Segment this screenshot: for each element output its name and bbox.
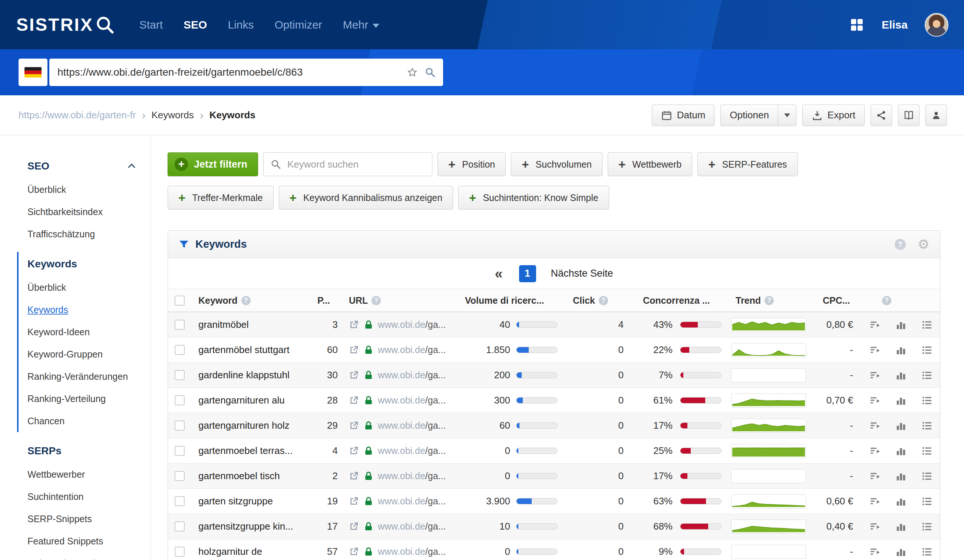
filter-button-serp-features[interactable]: +SERP-Features: [697, 152, 798, 176]
apps-grid-icon[interactable]: [849, 17, 865, 33]
keyword-search-input[interactable]: [287, 158, 425, 171]
serp-list-button[interactable]: [914, 514, 940, 539]
favorite-star-icon[interactable]: [407, 67, 418, 78]
filter-button-keyword-kannibalismus-anzeigen[interactable]: +Keyword Kannibalismus anzeigen: [279, 186, 453, 210]
nav-item-optimizer[interactable]: Optimizer: [274, 18, 322, 31]
chart-history-button[interactable]: [888, 464, 914, 488]
filter-related-button[interactable]: [862, 438, 888, 463]
filter-button-suchintention-know-simple[interactable]: +Suchintention: Know Simple: [458, 186, 609, 210]
breadcrumb-current[interactable]: Keywords: [210, 109, 256, 121]
filter-related-button[interactable]: [862, 312, 888, 337]
external-link-icon[interactable]: [348, 445, 359, 456]
select-all-checkbox[interactable]: [175, 296, 185, 306]
url-link[interactable]: www.obi.de/ga...: [378, 345, 446, 355]
nav-item-mehr[interactable]: Mehr: [343, 18, 379, 31]
keyword-link[interactable]: gartenmöbel stuttgart: [191, 337, 311, 362]
row-checkbox[interactable]: [175, 496, 185, 506]
external-link-icon[interactable]: [348, 496, 359, 507]
sidebar-item-featured-snippets[interactable]: Featured Snippets: [28, 530, 151, 552]
chart-history-button[interactable]: [888, 539, 914, 560]
sidebar-item-keywords[interactable]: Keywords: [28, 298, 151, 321]
filter-button-position[interactable]: +Position: [438, 152, 506, 176]
search-submit-icon[interactable]: [425, 67, 436, 78]
export-button[interactable]: Export: [802, 104, 865, 126]
row-checkbox[interactable]: [175, 446, 185, 456]
serp-list-button[interactable]: [914, 337, 940, 362]
sidebar-section-title-seo[interactable]: SEO: [28, 154, 151, 178]
keyword-link[interactable]: granitmöbel: [191, 312, 311, 337]
url-link[interactable]: www.obi.de/ga...: [378, 521, 446, 532]
row-checkbox[interactable]: [175, 320, 185, 330]
optionen-button[interactable]: Optionen: [720, 104, 778, 126]
share-button[interactable]: [871, 104, 892, 126]
optionen-dropdown-button[interactable]: [778, 104, 796, 126]
datum-button[interactable]: Datum: [652, 104, 715, 126]
prev-page-button[interactable]: «: [495, 267, 502, 281]
current-page[interactable]: 1: [519, 265, 536, 282]
column-header-label[interactable]: Click: [573, 295, 595, 306]
keyword-link[interactable]: gartensitzgruppe kin...: [191, 514, 311, 539]
url-link[interactable]: www.obi.de/ga...: [378, 496, 446, 506]
keyword-link[interactable]: holzgarnitur de: [191, 539, 311, 560]
filter-related-button[interactable]: [862, 388, 888, 413]
url-link[interactable]: www.obi.de/ga...: [378, 319, 446, 330]
filter-button-treffer-merkmale[interactable]: +Treffer-Merkmale: [168, 186, 274, 210]
column-header-label[interactable]: URL: [349, 295, 368, 306]
handbook-button[interactable]: [898, 104, 920, 126]
help-icon[interactable]: ?: [599, 296, 608, 305]
sidebar-item-chancen[interactable]: Chancen: [28, 410, 151, 432]
serp-list-button[interactable]: [914, 388, 940, 413]
filter-related-button[interactable]: [862, 337, 888, 362]
external-link-icon[interactable]: [348, 470, 359, 482]
keyword-link[interactable]: gartengarnituren alu: [191, 388, 311, 413]
url-link[interactable]: www.obi.de/ga...: [378, 546, 446, 557]
chart-history-button[interactable]: [888, 312, 914, 337]
sidebar-item-ranking-ver-nderungen[interactable]: Ranking-Veränderungen: [28, 365, 151, 387]
row-checkbox[interactable]: [175, 420, 185, 431]
breadcrumb-url[interactable]: https://www.obi.de/garten-fr: [18, 109, 136, 121]
filter-related-button[interactable]: [862, 539, 888, 560]
help-icon[interactable]: ?: [241, 296, 251, 305]
chart-history-button[interactable]: [888, 438, 914, 463]
help-icon[interactable]: ?: [371, 296, 381, 305]
sidebar-item-suchintention[interactable]: Suchintention: [28, 485, 151, 508]
url-link[interactable]: www.obi.de/ga...: [378, 395, 446, 406]
serp-list-button[interactable]: [914, 539, 940, 560]
external-link-icon[interactable]: [348, 370, 359, 381]
serp-list-button[interactable]: [914, 363, 940, 387]
chart-history-button[interactable]: [888, 489, 914, 514]
keyword-link[interactable]: gartenmoebel tisch: [191, 464, 311, 488]
row-checkbox[interactable]: [175, 547, 185, 557]
serp-list-button[interactable]: [914, 312, 940, 337]
column-header-label[interactable]: P...: [318, 295, 330, 306]
url-link[interactable]: www.obi.de/ga...: [378, 445, 446, 456]
chart-history-button[interactable]: [888, 514, 914, 539]
column-header-label[interactable]: Keyword: [199, 295, 238, 306]
external-link-icon[interactable]: [348, 546, 359, 557]
row-checkbox[interactable]: [175, 345, 185, 355]
chart-history-button[interactable]: [888, 413, 914, 438]
country-selector[interactable]: [18, 59, 47, 86]
filter-related-button[interactable]: [862, 464, 888, 488]
serp-list-button[interactable]: [914, 489, 940, 514]
filter-related-button[interactable]: [862, 363, 888, 387]
apply-filter-button[interactable]: + Jetzt filtern: [168, 152, 258, 176]
keyword-link[interactable]: gartenmoebel terras...: [191, 438, 311, 463]
keyword-link[interactable]: gardenline klappstuhl: [191, 363, 311, 387]
external-link-icon[interactable]: [348, 521, 359, 532]
sidebar-section-title-keywords[interactable]: Keywords: [28, 252, 151, 276]
external-link-icon[interactable]: [348, 395, 359, 406]
filter-related-button[interactable]: [862, 514, 888, 539]
filter-related-button[interactable]: [862, 489, 888, 514]
sistrix-logo[interactable]: SISTRIX: [16, 15, 115, 35]
sidebar-item-keyword-gruppen[interactable]: Keyword-Gruppen: [28, 343, 151, 365]
serp-list-button[interactable]: [914, 464, 940, 488]
chevron-up-icon[interactable]: [128, 164, 135, 171]
url-link[interactable]: www.obi.de/ga...: [378, 370, 446, 381]
url-link[interactable]: www.obi.de/ga...: [378, 470, 446, 481]
sidebar-item-berblick[interactable]: Überblick: [28, 178, 151, 201]
sidebar-item-wettbewerber[interactable]: Wettbewerber: [28, 463, 151, 485]
serp-list-button[interactable]: [914, 438, 940, 463]
keyword-link[interactable]: garten sitzgruppe: [191, 489, 311, 514]
serp-list-button[interactable]: [914, 413, 940, 438]
